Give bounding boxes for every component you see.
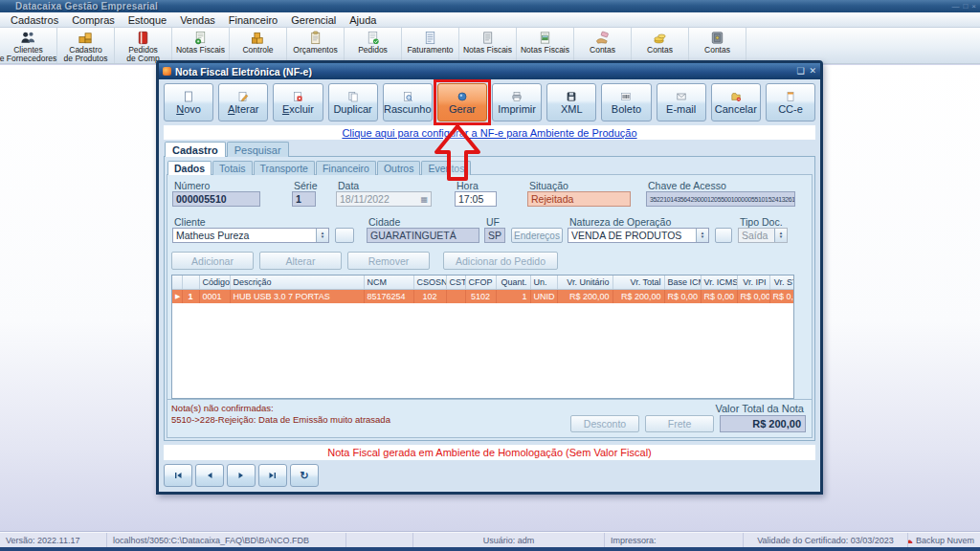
col-quant[interactable]: Quant. [496, 276, 530, 289]
col-base-icms[interactable]: Base ICMS [664, 276, 701, 289]
toolbar-contas-pagar[interactable]: Contas [574, 28, 632, 63]
tipo-doc-dropdown-icon[interactable]: ▲▼ [774, 229, 787, 242]
cell-vr-unitario: R$ 200,00 [557, 289, 612, 303]
red-arrow-annotation [433, 123, 482, 183]
status-backup[interactable]: Backup Nuvem [916, 536, 974, 545]
natureza-operacao-combo[interactable]: VENDA DE PRODUTOS ▲▼ [568, 228, 709, 243]
items-grid[interactable]: Código Descrição NCM CSOSN CST CFOP Quan… [171, 275, 794, 399]
toolbar-controle[interactable]: Controle [230, 28, 287, 63]
excluir-button[interactable]: Excluir [273, 83, 323, 121]
remover-item-button[interactable]: Remover [347, 252, 430, 270]
alterar-item-button[interactable]: Alterar [259, 252, 342, 270]
menu-ajuda[interactable]: Ajuda [343, 13, 383, 27]
last-record-icon [268, 471, 278, 480]
first-record-button[interactable] [164, 464, 192, 487]
toolbar-cadastro-produtos[interactable]: Cadastro de Produtos [57, 28, 115, 63]
menu-gerencial[interactable]: Gerencial [284, 13, 343, 27]
adicionar-do-pedido-button[interactable]: Adicionar do Pedido [443, 252, 558, 270]
close-icon[interactable]: × [971, 3, 976, 11]
data-field[interactable]: 18/11/2022▦ [336, 191, 432, 207]
toolbar-pedidos-venda[interactable]: Pedidos [345, 28, 402, 63]
tab-outros[interactable]: Outros [377, 161, 421, 175]
toolbar-orcamentos[interactable]: Orçamentos [287, 28, 345, 63]
email-button[interactable]: E-mail [657, 83, 706, 121]
nfe-dialog: Nota Fiscal Eletrônica (NF-e) ❑ ✕ Novo A… [156, 60, 823, 495]
menu-financeiro[interactable]: Financeiro [222, 13, 284, 27]
toolbar-notas-fiscais-servico[interactable]: Notas Fiscais [517, 28, 574, 63]
print-icon [511, 91, 523, 102]
cce-button[interactable]: CC-e [766, 83, 815, 121]
toolbar-contas-correntes[interactable]: Contas [689, 28, 746, 63]
col-cst[interactable]: CST [446, 276, 465, 289]
app-icon [4, 3, 11, 11]
toolbar-contas-receber[interactable]: Contas [632, 28, 689, 63]
gerar-button[interactable]: Gerar [437, 83, 487, 121]
dialog-close-icon[interactable]: ✕ [809, 67, 816, 76]
natureza-lookup-button[interactable] [715, 228, 732, 243]
cidade-field: GUARATINGUETÁ [367, 228, 479, 243]
col-vr-total[interactable]: Vr. Total [612, 276, 664, 289]
toolbar-pedidos-compra[interactable]: Pedidos de Comp [115, 28, 172, 63]
main-tabs: Cadastro Pesquisar [164, 142, 815, 157]
minimize-icon[interactable]: — [951, 3, 959, 11]
menu-vendas[interactable]: Vendas [173, 13, 222, 27]
menu-cadastros[interactable]: Cadastros [4, 13, 65, 27]
previous-record-button[interactable] [195, 464, 224, 487]
alterar-button[interactable]: Alterar [218, 83, 268, 121]
col-un[interactable]: Un. [530, 276, 557, 289]
cliente-lookup-button[interactable] [335, 228, 354, 243]
col-ncm[interactable]: NCM [364, 276, 413, 289]
item-row-selected[interactable]: ▶ 1 0001 HUB USB 3.0 7 PORTAS 85176254 1… [172, 289, 794, 303]
rascunho-button[interactable]: Rascunho [383, 83, 433, 121]
col-vr-unitario[interactable]: Vr. Unitário [557, 276, 612, 289]
tab-dados[interactable]: Dados [167, 161, 212, 175]
payables-icon [594, 30, 611, 46]
menu-compras[interactable]: Compras [65, 13, 122, 27]
calendar-icon[interactable]: ▦ [420, 195, 428, 204]
hora-field[interactable]: 17:05 [455, 191, 497, 207]
novo-button[interactable]: Novo [164, 83, 213, 121]
boleto-button[interactable]: Boleto [601, 83, 651, 121]
configure-production-link[interactable]: Clique aqui para configurar a NF-e para … [342, 127, 636, 139]
desconto-button[interactable]: Desconto [570, 415, 639, 432]
toolbar-faturamento[interactable]: Faturamento [402, 28, 459, 63]
natureza-dropdown-icon[interactable]: ▲▼ [696, 229, 708, 242]
tab-totais[interactable]: Totais [212, 161, 252, 175]
last-record-button[interactable] [258, 464, 287, 487]
duplicar-button[interactable]: Duplicar [328, 83, 378, 121]
adicionar-item-button[interactable]: Adicionar [171, 252, 254, 270]
tab-cadastro[interactable]: Cadastro [165, 142, 226, 157]
menu-estoque[interactable]: Estoque [122, 13, 173, 27]
imprimir-button[interactable]: Imprimir [492, 83, 542, 121]
stock-control-icon [250, 30, 266, 46]
next-record-button[interactable] [227, 464, 256, 487]
refresh-button[interactable]: ↻ [290, 464, 319, 487]
chave-acesso-label: Chave de Acesso [648, 180, 726, 191]
tab-transporte[interactable]: Transporte [254, 161, 315, 175]
frete-button[interactable]: Frete [645, 415, 714, 432]
tipo-doc-combo[interactable]: Saída ▲▼ [738, 228, 788, 243]
col-vr-icms[interactable]: Vr. ICMS [701, 276, 737, 289]
toolbar-notas-fiscais-saida[interactable]: Notas Fiscais [459, 28, 517, 63]
toolbar-clientes-fornecedores[interactable]: Clientes e Fornecedores [0, 28, 57, 63]
col-cfop[interactable]: CFOP [465, 276, 496, 289]
enderecos-button[interactable]: Endereços [511, 228, 563, 243]
maximize-icon[interactable]: □ [963, 3, 968, 11]
cliente-dropdown-icon[interactable]: ▲▼ [316, 229, 328, 242]
tab-pesquisar[interactable]: Pesquisar [227, 142, 289, 157]
tab-financeiro[interactable]: Financeiro [316, 161, 376, 175]
col-vr-ipi[interactable]: Vr. IPI [737, 276, 769, 289]
quotes-icon [307, 30, 323, 46]
cancelar-button[interactable]: Cancelar [711, 83, 761, 121]
cliente-combo[interactable]: Matheus Pureza ▲▼ [172, 228, 329, 243]
dialog-restore-icon[interactable]: ❑ [796, 67, 804, 76]
col-vr-st[interactable]: Vr. ST [769, 276, 794, 289]
nfe-dialog-titlebar[interactable]: Nota Fiscal Eletrônica (NF-e) ❑ ✕ [159, 63, 820, 79]
application-window: Datacaixa Gestão Empresarial — □ × Cadas… [0, 0, 980, 551]
toolbar-notas-fiscais-entrada[interactable]: Notas Fiscais [172, 28, 230, 63]
col-csosn[interactable]: CSOSN [413, 276, 446, 289]
xml-button[interactable]: XML [546, 83, 596, 121]
col-codigo[interactable]: Código [199, 276, 230, 289]
refresh-icon: ↻ [300, 471, 308, 481]
col-descricao[interactable]: Descrição [230, 276, 364, 289]
